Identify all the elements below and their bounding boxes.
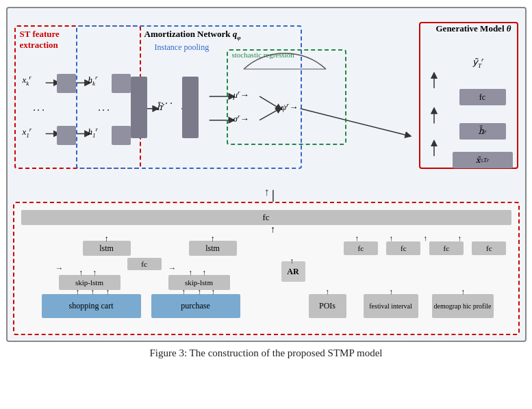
arr-fc-r2-up: ↑ xyxy=(390,234,394,242)
diagram-area: ST feature extraction Amortization Netwo… xyxy=(6,7,527,342)
fc-top-bar: fc xyxy=(21,210,511,225)
ytilde-node: ỹTr xyxy=(472,56,484,69)
h1-block xyxy=(112,126,131,145)
arr-pois-up: ↑ xyxy=(326,287,330,295)
dots-left-x: ⋮ xyxy=(31,104,47,118)
arr-fc-r4-up: ↑ xyxy=(458,234,462,242)
fc-right-row: fc fc fc fc xyxy=(340,241,511,256)
main-down-arrow: ↑ xyxy=(264,186,270,198)
arr-sc-up2: ↑ xyxy=(91,287,95,295)
arrow-lstm1-up: ↑ xyxy=(105,234,109,244)
arr-right-lstm2: → xyxy=(168,263,177,274)
arr-ar-up: ↑ xyxy=(290,256,294,265)
purchase-box: purchase xyxy=(151,294,240,318)
bottom-section: fc ↑ lstm ↑ lstm ↑ fc AR xyxy=(13,202,520,335)
skip-lstm1-block: skip-lstm xyxy=(59,275,121,290)
xk-node: xkr xyxy=(23,74,31,87)
arrow-down-to-fc: ↑ xyxy=(266,225,280,235)
psi-node: ψr→ xyxy=(281,101,299,113)
mu-node: μr→ xyxy=(233,89,249,101)
x1-block xyxy=(57,126,76,145)
arr-fest-up: ↑ xyxy=(390,287,394,295)
fc-right-2: fc xyxy=(386,241,420,255)
tall-block-right xyxy=(182,77,199,138)
shopping-cart-box: shopping cart xyxy=(42,294,141,318)
pois-box: POIs xyxy=(309,294,346,318)
arr-fc-r1-up: ↑ xyxy=(355,234,359,242)
tall-block-left xyxy=(131,77,147,138)
dots-left-h: ⋮ xyxy=(97,104,112,118)
gen-fc-block: fc xyxy=(459,89,506,105)
figure-caption: Figure 3: The construction of the propos… xyxy=(6,347,527,359)
hk-node: hkr xyxy=(88,74,98,87)
h1-node: h1r xyxy=(88,126,99,139)
arr-sc-up1: ↑ xyxy=(76,287,80,295)
arr-pur-up3: ↑ xyxy=(212,287,216,295)
arr-sl1-up1: ↑ xyxy=(79,268,84,276)
fc-right-4: fc xyxy=(472,241,506,255)
arr-fc-r3-up: ↑ xyxy=(424,234,428,242)
arrow-lstm2-up: ↑ xyxy=(211,234,215,244)
arr-demo-up: ↑ xyxy=(461,287,466,295)
demographic-box: demograp hic profile xyxy=(432,294,494,318)
festival-box: festival interval xyxy=(364,294,418,318)
arr-sl2-up1: ↑ xyxy=(189,268,193,276)
xtilde-block: x̃≤Tr xyxy=(453,152,513,168)
arr-right-lstm1: → xyxy=(55,263,64,274)
arr-sl2-up2: ↑ xyxy=(203,268,207,276)
hr-block: h̃r xyxy=(459,123,506,140)
arr-pur-up1: ↑ xyxy=(182,287,186,295)
arr-sc-up3: ↑ xyxy=(106,287,110,295)
sigma-node: σr→ xyxy=(233,113,249,124)
fc-small-left: fc xyxy=(127,258,162,270)
arr-pur-up2: ↑ xyxy=(198,287,202,295)
xk-block xyxy=(57,74,76,93)
bell-curve xyxy=(240,52,329,72)
hbar-node: h̄r xyxy=(157,101,165,113)
fc-right-3: fc xyxy=(429,241,464,255)
fc-right-1: fc xyxy=(344,241,378,255)
hk-block xyxy=(112,74,131,93)
arr-sl1-up2: ↑ xyxy=(93,268,97,276)
x1-node: x1r xyxy=(23,126,32,139)
